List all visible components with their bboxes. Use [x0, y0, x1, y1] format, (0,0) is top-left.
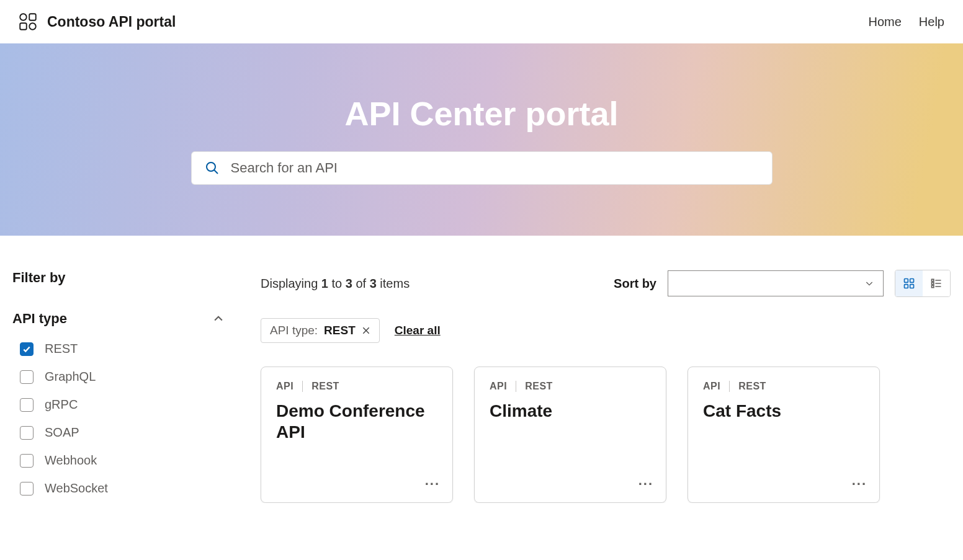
more-icon[interactable]: ··· — [425, 476, 440, 492]
filter-option-label: REST — [45, 342, 78, 356]
filter-option-soap[interactable]: SOAP — [20, 425, 236, 440]
hero-banner: API Center portal — [0, 43, 963, 236]
filter-option-websocket[interactable]: WebSocket — [20, 481, 236, 496]
chevron-down-icon — [864, 278, 874, 288]
filter-option-label: Webhook — [45, 453, 97, 468]
svg-rect-0 — [20, 14, 27, 20]
card-title: Climate — [490, 401, 651, 422]
filter-option-list: REST GraphQL gRPC SOAP Webhook WebSocket — [12, 342, 236, 496]
checkbox-checked-icon — [20, 342, 34, 356]
checkbox-icon — [20, 426, 34, 440]
api-card[interactable]: APIREST Cat Facts ··· — [688, 367, 880, 503]
logo-icon — [19, 12, 37, 31]
filter-option-label: SOAP — [45, 425, 79, 440]
filter-option-rest[interactable]: REST — [20, 342, 236, 356]
svg-rect-2 — [20, 23, 27, 30]
svg-rect-14 — [932, 285, 934, 287]
search-icon — [205, 161, 220, 176]
card-tags: APIREST — [490, 381, 651, 392]
svg-rect-3 — [29, 23, 36, 30]
chip-label: API type: — [270, 324, 318, 337]
api-card-grid: APIREST Demo Conference API ··· APIREST … — [261, 367, 951, 503]
svg-rect-9 — [910, 285, 914, 288]
card-tags: APIREST — [703, 381, 864, 392]
nav-link-home[interactable]: Home — [869, 15, 902, 29]
main: Displaying 1 to 3 of 3 items Sort by — [261, 270, 951, 503]
svg-rect-12 — [932, 282, 934, 284]
sidebar: Filter by API type REST GraphQL gRPC — [12, 270, 236, 503]
close-icon[interactable] — [362, 326, 370, 335]
nav-link-help[interactable]: Help — [919, 15, 944, 29]
result-count: Displaying 1 to 3 of 3 items — [261, 277, 410, 291]
list-icon — [930, 277, 943, 290]
svg-line-5 — [214, 170, 218, 174]
checkbox-icon — [20, 454, 34, 468]
search-wrap — [191, 151, 773, 185]
search-input[interactable] — [231, 160, 759, 176]
svg-rect-1 — [29, 14, 36, 20]
more-icon[interactable]: ··· — [852, 476, 867, 492]
content: Filter by API type REST GraphQL gRPC — [0, 236, 963, 503]
card-title: Cat Facts — [703, 401, 864, 422]
filter-option-webhook[interactable]: Webhook — [20, 453, 236, 468]
sort-select[interactable] — [668, 270, 884, 296]
more-icon[interactable]: ··· — [638, 476, 653, 492]
brand: Contoso API portal — [19, 12, 176, 31]
toolbar-right: Sort by — [614, 270, 951, 297]
filter-group-title: API type — [12, 311, 67, 327]
svg-rect-8 — [905, 285, 908, 288]
list-view-button[interactable] — [923, 270, 950, 296]
api-card[interactable]: APIREST Climate ··· — [474, 367, 666, 503]
top-nav: Contoso API portal Home Help — [0, 0, 963, 43]
sort-by-label: Sort by — [614, 277, 656, 291]
active-filters-row: API type: REST Clear all — [261, 318, 951, 343]
grid-view-button[interactable] — [895, 270, 923, 296]
api-card[interactable]: APIREST Demo Conference API ··· — [261, 367, 453, 503]
toolbar: Displaying 1 to 3 of 3 items Sort by — [261, 270, 951, 297]
clear-all-link[interactable]: Clear all — [395, 324, 441, 337]
card-tags: APIREST — [276, 381, 437, 392]
svg-rect-7 — [910, 279, 914, 283]
chip-value: REST — [324, 324, 356, 337]
view-toggle — [895, 270, 951, 297]
filter-option-label: GraphQL — [45, 370, 96, 384]
filter-option-label: gRPC — [45, 398, 78, 412]
chevron-up-icon — [212, 313, 225, 325]
filter-by-header: Filter by — [12, 270, 236, 286]
checkbox-icon — [20, 398, 34, 412]
filter-group-header[interactable]: API type — [12, 311, 236, 327]
filter-option-grpc[interactable]: gRPC — [20, 398, 236, 412]
svg-point-4 — [207, 162, 215, 171]
card-title: Demo Conference API — [276, 401, 437, 442]
filter-chip-api-type: API type: REST — [261, 318, 380, 343]
svg-rect-6 — [905, 279, 908, 283]
filter-option-graphql[interactable]: GraphQL — [20, 370, 236, 384]
checkbox-icon — [20, 482, 34, 496]
grid-icon — [903, 277, 915, 290]
nav-links: Home Help — [869, 15, 945, 29]
hero-title: API Center portal — [344, 94, 618, 133]
svg-rect-10 — [932, 279, 934, 281]
brand-title: Contoso API portal — [47, 14, 176, 30]
filter-option-label: WebSocket — [45, 481, 108, 496]
checkbox-icon — [20, 370, 34, 384]
